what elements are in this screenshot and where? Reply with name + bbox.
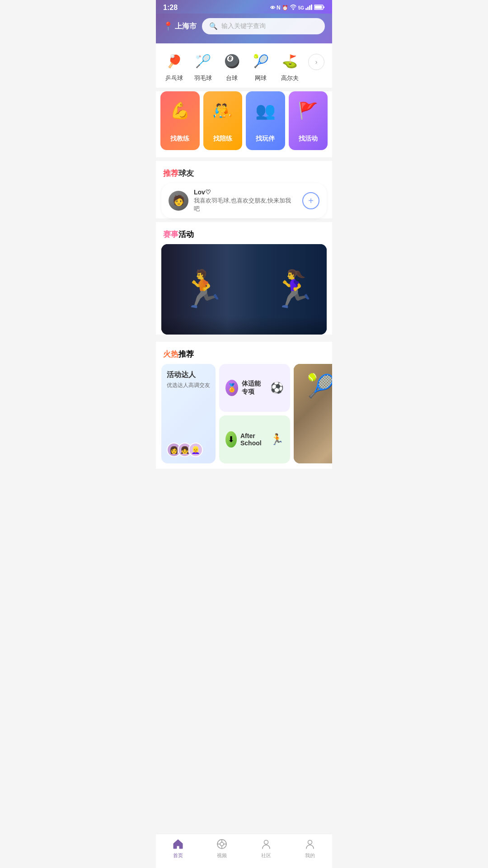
sport-item-pingpong[interactable]: 🏓 乒乓球 [164,51,184,82]
sparring-icon: 🤼 [212,101,233,120]
hot-grid: 活动达人 优选达人高调交友 👩 👧 👱‍♀️ 🏅 体适能专项 [156,364,332,463]
svg-rect-7 [324,6,324,8]
sport-label-pingpong: 乒乓球 [165,74,183,82]
pingpong-icon: 🏓 [164,51,184,71]
after-school-label: After School [240,432,267,447]
add-friend-button[interactable]: + [302,192,319,209]
action-cards: 💪 找教练 🤼 找陪练 👥 找玩伴 🚩 找活动 [160,91,328,150]
status-bar: 1:28 👁 N ⏰ 5G [156,0,332,14]
activity-expert-sub: 优选达人高调交友 [167,382,210,389]
coach-icon: 💪 [170,101,190,120]
svg-point-0 [292,9,294,10]
location-pin-icon: 📍 [163,21,173,31]
find-coach-label: 找教练 [170,135,189,143]
friend-bio: 我喜欢羽毛球,也喜欢交朋友,快来加我吧 [194,197,297,213]
expert-avatars: 👩 👧 👱‍♀️ [167,443,210,457]
svg-rect-4 [311,5,312,10]
sports-list: 🏓 乒乓球 🏸 羽毛球 🎱 台球 🎾 网球 ⛳ 高尔夫 › [160,51,328,82]
avatar-3: 👱‍♀️ [188,443,203,457]
friend-card: 🧑 Lov♡ 我喜欢羽毛球,也喜欢交朋友,快来加我吧 + [161,183,327,218]
find-activity-card[interactable]: 🚩 找活动 [289,91,328,150]
activity-expert-card[interactable]: 活动达人 优选达人高调交友 👩 👧 👱‍♀️ [161,364,216,463]
event-banner[interactable]: 🏃 🏃‍♀️ [161,244,327,335]
sports-section: 🏓 乒乓球 🏸 羽毛球 🎱 台球 🎾 网球 ⛳ 高尔夫 › [156,43,332,88]
coach-group-card[interactable]: 🎾 教练拼单 [294,364,332,463]
find-activity-label: 找活动 [299,135,318,143]
badminton-icon: 🏸 [192,51,213,71]
sport-label-billiards: 台球 [226,74,238,82]
activity-expert-title: 活动达人 [167,370,210,380]
friend-avatar: 🧑 [169,191,188,211]
after-school-card[interactable]: ⬇ After School 🏃 [219,415,290,463]
svg-rect-2 [307,7,309,10]
playmate-icon: 👥 [255,101,276,120]
friend-info: Lov♡ 我喜欢羽毛球,也喜欢交朋友,快来加我吧 [194,189,297,213]
find-playmate-card[interactable]: 👥 找玩伴 [246,91,285,150]
sport-item-tennis[interactable]: 🎾 网球 [250,51,271,82]
more-sports-button[interactable]: › [308,54,324,70]
find-sparring-card[interactable]: 🤼 找陪练 [203,91,243,150]
soccer-icon: ⚽ [270,382,284,394]
svg-rect-3 [309,5,310,10]
find-sparring-label: 找陪练 [213,135,232,143]
fitness-card[interactable]: 🏅 体适能专项 ⚽ [219,364,290,412]
fitness-icon: 🏅 [225,380,238,396]
header: 📍 上海市 🔍 输入关键字查询 [156,14,332,43]
recommended-header: 推荐球友 [156,161,332,183]
sport-label-badminton: 羽毛球 [194,74,212,82]
sport-item-badminton[interactable]: 🏸 羽毛球 [192,51,213,82]
hot-section: 火热推荐 活动达人 优选达人高调交友 👩 👧 👱‍♀️ 🏅 [156,342,332,469]
events-section: 赛事活动 🏃 🏃‍♀️ [156,222,332,335]
status-time: 1:28 [163,4,178,12]
tennis-icon: 🎾 [250,51,271,71]
svg-rect-1 [305,8,307,10]
sport-item-billiards[interactable]: 🎱 台球 [221,51,242,82]
sport-label-tennis: 网球 [255,74,267,82]
search-placeholder: 输入关键字查询 [221,22,266,30]
search-bar[interactable]: 🔍 输入关键字查询 [202,18,325,34]
golf-icon: ⛳ [279,51,300,71]
status-icons: 👁 N ⏰ 5G [270,5,325,11]
find-coach-card[interactable]: 💪 找教练 [160,91,200,150]
runner-icon: 🏃 [270,433,284,446]
activity-icon: 🚩 [298,101,318,120]
events-header: 赛事活动 [156,222,332,244]
fitness-label: 体适能专项 [242,380,267,396]
billiards-icon: 🎱 [221,51,242,71]
tennis-player-icon: 🎾 [307,373,332,399]
sport-item-golf[interactable]: ⛳ 高尔夫 [279,51,300,82]
sport-label-golf: 高尔夫 [281,74,299,82]
svg-rect-6 [315,6,322,9]
after-school-icon: ⬇ [225,431,237,448]
friend-name: Lov♡ [194,189,297,196]
recommended-section: 推荐球友 🧑 Lov♡ 我喜欢羽毛球,也喜欢交朋友,快来加我吧 + [156,161,332,218]
hot-middle: 🏅 体适能专项 ⚽ ⬇ After School 🏃 [219,364,290,463]
hot-header: 火热推荐 [156,342,332,364]
location[interactable]: 📍 上海市 [163,21,197,31]
find-playmate-label: 找玩伴 [256,135,275,143]
search-icon: 🔍 [209,22,218,30]
